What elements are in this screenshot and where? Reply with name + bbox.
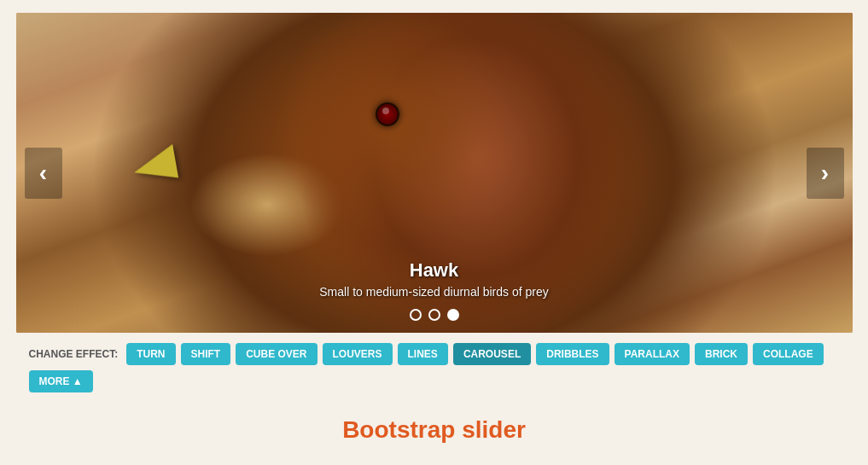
carousel-subtitle: Small to medium-sized diurnal birds of p… — [16, 285, 853, 299]
effects-label: CHANGE EFFECT: — [29, 348, 119, 360]
effect-cubeover-button[interactable]: CUBE OVER — [236, 343, 317, 365]
effect-dribbles-button[interactable]: DRIBBLES — [536, 343, 609, 365]
effect-shift-button[interactable]: SHIFT — [181, 343, 231, 365]
carousel: ‹ › Hawk Small to medium-sized diurnal b… — [16, 13, 853, 333]
carousel-indicator-2[interactable] — [447, 309, 459, 321]
carousel-indicators — [16, 309, 853, 321]
prev-icon: ‹ — [39, 160, 47, 187]
effect-carousel-button[interactable]: CAROUSEL — [453, 343, 531, 365]
effect-lines-button[interactable]: LINES — [398, 343, 448, 365]
hawk-eye-detail — [376, 102, 399, 126]
carousel-caption: Hawk Small to medium-sized diurnal birds… — [16, 259, 853, 299]
effects-bar: CHANGE EFFECT: TURN SHIFT CUBE OVER LOUV… — [16, 333, 853, 403]
carousel-prev-button[interactable]: ‹ — [25, 148, 62, 199]
carousel-indicator-1[interactable] — [428, 309, 440, 321]
carousel-title: Hawk — [16, 259, 853, 282]
carousel-next-button[interactable]: › — [807, 148, 844, 199]
effect-louvers-button[interactable]: LOUVERS — [323, 343, 393, 365]
effect-parallax-button[interactable]: PARALLAX — [615, 343, 690, 365]
effect-collage-button[interactable]: COLLAGE — [753, 343, 824, 365]
effect-turn-button[interactable]: TURN — [126, 343, 175, 365]
effect-brick-button[interactable]: BRICK — [695, 343, 748, 365]
effect-more-button[interactable]: MORE ▲ — [29, 370, 93, 392]
page-title: Bootstrap slider — [0, 416, 868, 444]
carousel-indicator-0[interactable] — [410, 309, 422, 321]
next-icon: › — [821, 160, 829, 187]
page-title-section: Bootstrap slider — [0, 403, 868, 450]
hawk-beak-detail — [131, 143, 178, 184]
